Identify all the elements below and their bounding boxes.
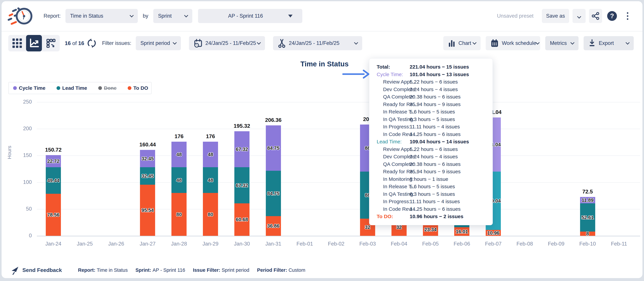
app-root: Report: Time in Status by Sprint AP - Sp… — [1, 1, 643, 278]
share-button[interactable] — [589, 9, 602, 23]
bar-segment[interactable] — [486, 117, 501, 172]
more-menu-button[interactable] — [621, 9, 634, 23]
summary-pair: Sprint: AP - Sprint 116 — [136, 267, 185, 273]
trim-range-select[interactable]: 24/Jan/25 - 11/Feb/25 — [273, 36, 362, 50]
sprint-select[interactable]: AP - Sprint 116 — [198, 9, 302, 23]
bar-segment[interactable] — [454, 227, 469, 236]
metrics-button[interactable]: Metrics — [545, 36, 578, 50]
bar-segment[interactable] — [46, 194, 61, 236]
bar-segment[interactable] — [454, 152, 469, 190]
pivot-view-icon — [46, 38, 56, 48]
bar-segment[interactable] — [392, 219, 406, 236]
export-button[interactable]: Export — [584, 36, 634, 50]
bar-segment[interactable] — [140, 167, 155, 185]
gridline — [37, 182, 640, 183]
bar-segment[interactable] — [266, 125, 281, 171]
bar-segment[interactable] — [203, 142, 218, 167]
help-button[interactable]: ? — [606, 9, 618, 23]
view-toggle-pivot[interactable] — [43, 36, 59, 50]
dropdown-triangle-icon — [288, 15, 292, 17]
tooltip-row-label: To DO: — [377, 214, 393, 219]
bar-segment[interactable] — [234, 131, 250, 167]
bar-total-label: 195.32 — [224, 123, 260, 129]
date-range-select[interactable]: 24/Jan/25 - 11/Feb/25 — [189, 36, 265, 50]
x-axis-tick: Feb-08 — [510, 241, 540, 247]
send-feedback-button[interactable]: Send Feedback — [11, 265, 62, 275]
chevron-down-icon — [184, 13, 188, 17]
export-value: Export — [599, 40, 614, 46]
issue-count: 16 of 16 — [65, 40, 84, 46]
bar-segment[interactable] — [266, 171, 281, 216]
legend-label: To DO — [134, 85, 148, 91]
x-axis-tick: Feb-11 — [604, 241, 634, 247]
x-axis-tick: Feb-03 — [352, 241, 383, 247]
kebab-menu-icon — [627, 12, 628, 20]
bar-segment[interactable] — [486, 172, 501, 230]
bar-segment[interactable] — [580, 203, 595, 232]
tooltip-row: In Release T…5.6 hours − 5 issues — [374, 108, 488, 116]
bar-segment[interactable] — [580, 232, 595, 236]
chevron-down-icon — [536, 40, 540, 44]
y-axis-tick: 50 — [5, 206, 32, 212]
legend-item-done[interactable]: Done — [98, 85, 116, 91]
report-select[interactable]: Time in Status — [66, 9, 138, 23]
bar-segment[interactable] — [140, 185, 155, 236]
filter-issues-label: Filter issues: — [102, 40, 132, 46]
bar-segment[interactable] — [203, 193, 218, 236]
tooltip-row: Cycle Time:101.04 hours − 13 issues — [374, 71, 488, 78]
bar-segment[interactable] — [46, 155, 61, 167]
stopwatch-logo-icon — [7, 5, 32, 27]
summary-pair: Issue Filter: Sprint period — [193, 267, 249, 273]
bar-segment[interactable] — [234, 203, 250, 236]
x-axis-tick: Feb-04 — [384, 241, 414, 247]
bar-segment[interactable] — [580, 197, 595, 203]
y-axis-tick: 100 — [5, 179, 32, 185]
tooltip-row-value: 5.22 hours − 6 issues — [410, 79, 458, 85]
issue-filter-select[interactable]: Sprint period — [136, 36, 181, 50]
bar-segment[interactable] — [360, 172, 375, 219]
bar-segment[interactable] — [392, 125, 406, 172]
chart-type-button[interactable]: Chart — [443, 36, 481, 50]
x-axis-tick: Feb-06 — [447, 241, 477, 247]
chevron-down-icon — [570, 40, 574, 44]
bar-segment[interactable] — [172, 167, 186, 193]
refresh-icon — [87, 39, 96, 47]
bar-total-label: 160.44 — [129, 142, 166, 148]
view-toggle-chart[interactable] — [26, 35, 42, 51]
bar-segment[interactable] — [486, 230, 501, 236]
legend-item-lead-time[interactable]: Lead Time — [56, 85, 87, 91]
bar-segment[interactable] — [203, 167, 218, 193]
bar-segment[interactable] — [46, 167, 61, 194]
tooltip-row-label: In Release T… — [383, 109, 417, 115]
help-icon: ? — [607, 11, 617, 21]
bar-segment[interactable] — [423, 223, 438, 236]
refresh-button[interactable] — [87, 39, 96, 47]
work-schedule-button[interactable]: Work schedule — [486, 36, 540, 50]
bar-segment[interactable] — [360, 219, 375, 236]
save-as-chevron-button[interactable] — [572, 9, 586, 23]
legend-dot-icon — [13, 86, 17, 90]
tooltip-row-value: 2.24 hours − 4 issues — [410, 87, 458, 92]
bar-segment[interactable] — [172, 142, 186, 167]
bar-segment[interactable] — [423, 181, 438, 223]
bar-segment[interactable] — [172, 193, 186, 236]
tooltip-row-label: Ready for Re… — [383, 101, 418, 107]
tooltip-row: Ready for Re…35.94 hours − 9 issues — [374, 101, 488, 108]
tooltip-row-label: Cycle Time: — [377, 72, 403, 77]
bar-segment[interactable] — [266, 216, 281, 236]
view-toggle-table[interactable] — [9, 36, 25, 50]
group-by-select[interactable]: Sprint — [153, 9, 192, 23]
save-as-button[interactable]: Save as — [542, 9, 569, 23]
preset-status: Unsaved preset — [497, 13, 534, 19]
bar-segment[interactable] — [454, 190, 469, 227]
chevron-down-icon — [130, 13, 134, 17]
bar-segment[interactable] — [423, 138, 438, 181]
bar-segment[interactable] — [234, 167, 250, 203]
bar-segment[interactable] — [392, 172, 406, 219]
legend-item-to-do[interactable]: To DO — [128, 85, 148, 91]
bar-segment[interactable] — [140, 150, 155, 167]
bar-segment[interactable] — [360, 125, 375, 172]
legend-item-cycle-time[interactable]: Cycle Time — [13, 85, 46, 91]
x-axis-tick: Jan-30 — [227, 241, 257, 247]
legend-label: Cycle Time — [19, 85, 46, 91]
